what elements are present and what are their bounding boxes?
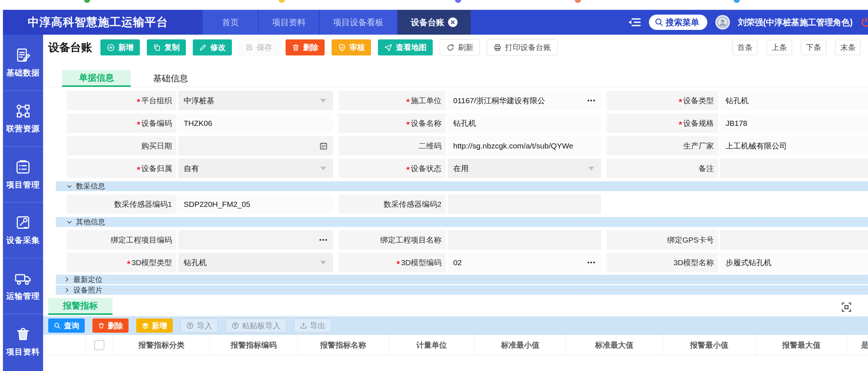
- ellipsis-lookup-icon[interactable]: •••: [587, 253, 596, 272]
- model3d-type-select[interactable]: 钻孔机: [178, 253, 333, 272]
- user-name[interactable]: 刘荣强(中淳桩基施工管理角色): [738, 17, 853, 28]
- remark-field[interactable]: [720, 159, 868, 178]
- column-header-alarm-min[interactable]: 报警最小值: [663, 335, 756, 355]
- field-label-bound-project-code: 绑定工程项目编码: [67, 230, 176, 250]
- last-record-button[interactable]: 末条: [835, 40, 861, 55]
- model3d-code-lookup[interactable]: 02•••: [448, 253, 601, 272]
- copy-button-label: 复制: [164, 42, 180, 53]
- bound-gps-card-field[interactable]: [720, 230, 868, 250]
- select-all-checkbox[interactable]: [94, 340, 104, 350]
- nav-tab-project-docs[interactable]: 项目资料: [259, 10, 319, 35]
- manufacturer-field[interactable]: 上工机械有限公司: [720, 136, 868, 155]
- nav-tab-equipment-ledger[interactable]: 设备台账: [398, 10, 471, 35]
- sidebar-item-equipment-collect[interactable]: 设备采集: [3, 202, 43, 258]
- bound-project-name-field[interactable]: [448, 230, 601, 250]
- close-icon[interactable]: [448, 18, 458, 27]
- column-header-indicator-category[interactable]: 报警指标分类: [113, 335, 210, 355]
- favicon-purple: [455, 0, 461, 3]
- field-label-construction-unit: 施工单位: [339, 91, 446, 110]
- nav-tab-label: 项目资料: [272, 17, 306, 28]
- alarm-import-button[interactable]: 导入: [180, 318, 218, 333]
- section-other-info[interactable]: 其他信息: [56, 217, 868, 227]
- status-select[interactable]: 在用: [448, 159, 601, 178]
- nav-tab-home[interactable]: 首页: [203, 10, 258, 35]
- tab-alarm-indicators[interactable]: 报警指标: [48, 298, 112, 315]
- alarm-paste-import-button[interactable]: 粘贴板导入: [226, 318, 286, 333]
- field-label-bound-project-name: 绑定工程项目名称: [339, 230, 446, 250]
- alarm-delete-button[interactable]: 删除: [92, 318, 129, 333]
- daq-sensor2-field[interactable]: [448, 194, 601, 214]
- modify-button[interactable]: 修改: [193, 39, 232, 55]
- column-header-indicator-code[interactable]: 报警指标编码: [210, 335, 298, 355]
- audit-button-label: 审核: [349, 42, 365, 53]
- search-icon: [655, 18, 664, 27]
- section-daq-info[interactable]: 数采信息: [56, 181, 868, 191]
- page-title: 设备台账: [48, 40, 92, 55]
- section-dotted-line: [109, 290, 867, 290]
- model3d-code-value: 02: [453, 258, 462, 267]
- column-header-alarm-max[interactable]: 报警最大值: [756, 335, 847, 355]
- sidebar-item-joint-resources[interactable]: 联营资源: [3, 90, 43, 146]
- sidebar-item-label: 项目管理: [6, 179, 40, 190]
- column-header-unit[interactable]: 计量单位: [389, 335, 475, 355]
- model3d-name-field[interactable]: 步履式钻孔机: [720, 253, 868, 272]
- tab-document-info[interactable]: 单据信息: [62, 70, 131, 87]
- document-tabs: 单据信息 基础信息: [43, 70, 868, 87]
- app-header: 中淳高科智慧施工运输平台 首页 项目资料 项目设备看板 设备台账 搜索菜单 刘荣…: [3, 10, 868, 35]
- prev-record-button[interactable]: 上条: [766, 40, 792, 55]
- truck-icon: [14, 270, 32, 286]
- first-record-button[interactable]: 首条: [732, 40, 758, 55]
- sidebar-item-base-data[interactable]: 基础数据: [3, 35, 43, 90]
- next-record-button[interactable]: 下条: [801, 40, 826, 55]
- purchase-date-picker[interactable]: [178, 136, 333, 155]
- favicon-yellow: [279, 0, 285, 3]
- save-button[interactable]: 保存: [239, 39, 279, 55]
- alarm-query-button[interactable]: 查询: [48, 318, 85, 333]
- section-equipment-photos[interactable]: 设备照片: [56, 285, 868, 295]
- tab-base-info[interactable]: 基础信息: [136, 70, 205, 87]
- audit-button[interactable]: 审核: [332, 39, 371, 55]
- construction-unit-lookup[interactable]: 01167/浙江桐华建设有限公•••: [448, 91, 601, 110]
- logout-power-icon[interactable]: [861, 17, 868, 28]
- ownership-select[interactable]: 自有: [178, 159, 333, 178]
- bound-project-code-lookup[interactable]: •••: [178, 230, 333, 250]
- bucket-icon: [15, 326, 31, 342]
- column-header-enabled[interactable]: 是: [847, 335, 868, 355]
- refresh-button-label: 刷新: [458, 42, 473, 53]
- alarm-query-label: 查询: [64, 321, 79, 331]
- refresh-button[interactable]: 刷新: [440, 39, 480, 55]
- add-button[interactable]: 新增: [100, 39, 140, 55]
- main-content: 设备台账 新增 复制 修改 保存 删除 审核 查看地图: [43, 35, 868, 371]
- section-title: 设备照片: [73, 285, 103, 295]
- nav-tab-label: 首页: [222, 17, 239, 28]
- fullscreen-icon[interactable]: [840, 301, 853, 313]
- user-avatar[interactable]: [715, 15, 730, 30]
- ellipsis-lookup-icon[interactable]: •••: [319, 230, 328, 250]
- alarm-export-button[interactable]: 导出: [294, 318, 331, 333]
- column-header-indicator-name[interactable]: 报警指标名称: [298, 335, 389, 355]
- alarm-export-label: 导出: [310, 321, 325, 331]
- equipment-type-field[interactable]: 钻孔机: [720, 91, 868, 110]
- ellipsis-lookup-icon[interactable]: •••: [587, 91, 596, 110]
- menu-fold-icon[interactable]: [628, 17, 641, 28]
- alarm-add-button[interactable]: 新增: [136, 318, 173, 333]
- copy-button[interactable]: 复制: [147, 39, 186, 55]
- calendar-icon[interactable]: [319, 136, 328, 155]
- equipment-name-field[interactable]: 钻孔机: [448, 113, 601, 133]
- print-ledger-button[interactable]: 打印设备台账: [487, 39, 558, 55]
- search-menu-button[interactable]: 搜索菜单: [649, 15, 707, 30]
- column-header-standard-max[interactable]: 标准最大值: [566, 335, 663, 355]
- delete-button[interactable]: 删除: [286, 39, 325, 55]
- equipment-spec-field[interactable]: JB178: [720, 113, 868, 133]
- sidebar-item-project-docs[interactable]: 项目资料: [3, 314, 43, 370]
- view-map-button[interactable]: 查看地图: [378, 39, 433, 55]
- section-latest-location[interactable]: 最新定位: [56, 275, 868, 284]
- nav-tab-equipment-board[interactable]: 项目设备看板: [320, 10, 397, 35]
- sidebar-item-transport-mgmt[interactable]: 运输管理: [3, 258, 43, 314]
- equipment-code-field[interactable]: THZK06: [178, 113, 333, 133]
- platform-org-select[interactable]: 中淳桩基: [178, 91, 333, 110]
- column-header-standard-min[interactable]: 标准最小值: [475, 335, 566, 355]
- daq-sensor1-field[interactable]: SDP220H_FM2_05: [178, 194, 333, 214]
- sidebar-item-project-mgmt[interactable]: 项目管理: [3, 146, 43, 202]
- qr-code-field[interactable]: http://sg.nbzcgk.com/a/t/sub/QYWe: [448, 136, 601, 155]
